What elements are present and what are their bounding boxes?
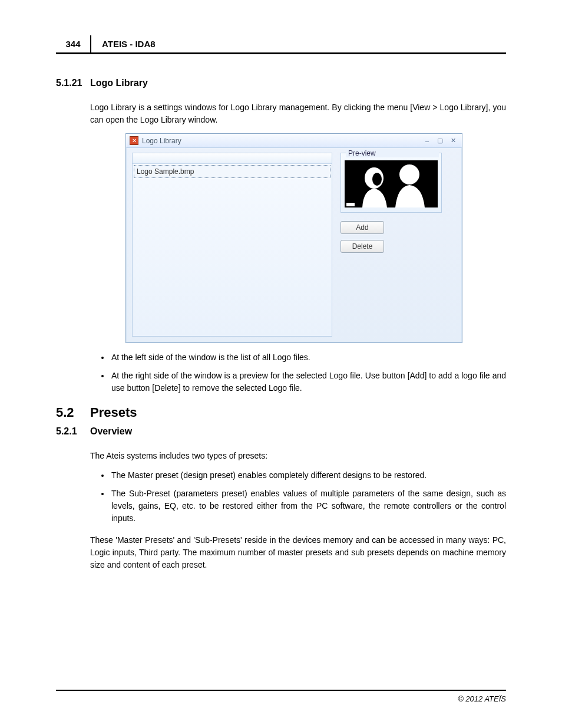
close-button[interactable]: ✕ (448, 137, 458, 145)
heading-overview: 5.2.1Overview (56, 426, 506, 437)
figure-logo-library-window: ✕ Logo Library – ▢ ✕ Logo Sample.bmp Pre… (125, 133, 506, 343)
paragraph: Logo Library is a settings windows for L… (90, 101, 506, 126)
app-icon: ✕ (130, 136, 138, 145)
section-number: 5.2.1 (56, 426, 90, 437)
section-title: Presets (90, 405, 137, 420)
svg-rect-4 (346, 203, 355, 206)
page-header: 344 ATEIS - IDA8 (56, 35, 506, 54)
svg-rect-0 (345, 160, 438, 207)
section-number: 5.1.21 (56, 78, 90, 88)
preview-image (345, 160, 438, 207)
maximize-button[interactable]: ▢ (435, 137, 445, 145)
window-title: Logo Library (142, 137, 419, 145)
svg-point-3 (399, 164, 419, 185)
window-titlebar: ✕ Logo Library – ▢ ✕ (126, 134, 462, 148)
page-footer: © 2012 ATEÏS (56, 690, 506, 703)
preview-label: Pre-view (346, 149, 439, 157)
list-header (133, 153, 332, 164)
section-number: 5.2 (56, 405, 90, 420)
heading-presets: 5.2Presets (56, 405, 506, 420)
section-title: Overview (90, 426, 132, 436)
bullet-item: At the left side of the window is the li… (110, 351, 506, 364)
delete-button[interactable]: Delete (340, 240, 384, 253)
document-title: ATEIS - IDA8 (91, 35, 156, 52)
minimize-button[interactable]: – (422, 137, 432, 145)
add-button[interactable]: Add (340, 221, 384, 234)
bullet-item: The Sub-Preset (parameters preset) enabl… (110, 487, 506, 525)
bullet-item: At the right side of the window is a pre… (110, 370, 506, 394)
paragraph: The Ateis systems includes two types of … (90, 450, 506, 462)
file-list-panel: Logo Sample.bmp (132, 153, 332, 337)
svg-point-2 (372, 173, 382, 186)
page-number: 344 (56, 35, 91, 52)
paragraph: These 'Master Presets' and 'Sub-Presets'… (90, 534, 506, 571)
file-list-item[interactable]: Logo Sample.bmp (134, 165, 330, 178)
section-title: Logo Library (90, 78, 148, 88)
preview-panel: Pre-view (340, 153, 442, 213)
heading-logo-library: 5.1.21Logo Library (56, 78, 506, 88)
bullet-item: The Master preset (design preset) enable… (110, 469, 506, 482)
app-window: ✕ Logo Library – ▢ ✕ Logo Sample.bmp Pre… (125, 133, 462, 343)
